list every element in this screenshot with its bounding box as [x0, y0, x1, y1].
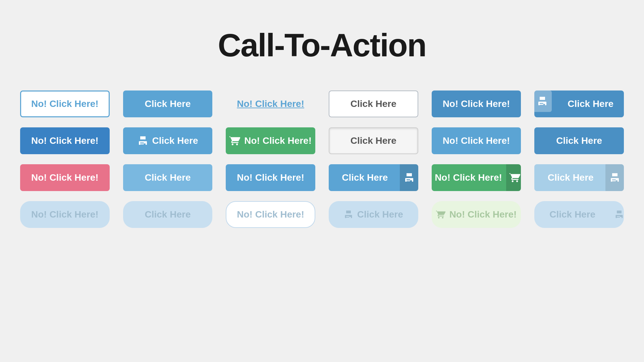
print-icon-4 — [609, 172, 620, 183]
btn-label: Click Here — [351, 99, 396, 109]
print-icon-3 — [404, 172, 415, 183]
btn-link-blue-no-click[interactable]: No! Click Here! — [226, 90, 315, 117]
btn-outline-blue-no-click[interactable]: No! Click Here! — [20, 90, 110, 117]
print-icon-2 — [138, 135, 148, 146]
btn-solid-blue-print-click[interactable]: Click Here — [123, 127, 213, 154]
btn-faded-right-click: Click Here — [534, 201, 624, 228]
page-title: Call-To-Action — [0, 0, 644, 84]
btn-label: No! Click Here! — [237, 99, 304, 109]
btn-faded-cart-no-click: No! Click Here! — [432, 201, 521, 228]
btn-label: Click Here — [145, 99, 191, 109]
print-icon-faded-2 — [614, 210, 624, 219]
btn-solid-blue-dark-no-click[interactable]: No! Click Here! — [432, 90, 521, 117]
btn-label: No! Click Here! — [443, 135, 510, 146]
btn-blue-print-right-click[interactable]: Click Here — [329, 164, 418, 191]
print-icon-box — [534, 90, 552, 112]
btn-label: Click Here — [351, 135, 396, 146]
btn-label: Click Here — [152, 135, 198, 146]
btn-pink-no-click[interactable]: No! Click Here! — [20, 164, 110, 191]
btn-faded-no-click: No! Click Here! — [20, 201, 110, 228]
btn-outline-gray-click[interactable]: Click Here — [329, 90, 418, 117]
print-icon-box-right — [400, 164, 418, 191]
btn-label: No! Click Here! — [31, 135, 99, 146]
btn-label: No! Click Here! — [244, 135, 312, 146]
btn-label: Click Here — [329, 172, 396, 183]
btn-label: Click Here — [534, 209, 610, 220]
btn-label: No! Click Here! — [237, 172, 304, 183]
btn-solid-blue-bright-no-click[interactable]: No! Click Here! — [20, 127, 110, 154]
cart-icon — [229, 135, 240, 146]
btn-blue-med-no-click[interactable]: No! Click Here! — [226, 164, 315, 191]
btn-solid-blue-icon-left-click[interactable]: Click Here — [534, 90, 624, 117]
btn-label: No! Click Here! — [432, 172, 502, 183]
btn-label: Click Here — [534, 172, 601, 183]
btn-label: No! Click Here! — [237, 209, 304, 220]
print-icon — [537, 96, 548, 107]
btn-label: Click Here — [145, 172, 191, 183]
button-grid: No! Click Here! Click Here No! Click Her… — [0, 84, 644, 248]
btn-label: No! Click Here! — [449, 209, 517, 220]
btn-label: Click Here — [145, 209, 191, 220]
print-icon-faded — [344, 210, 353, 219]
btn-label: No! Click Here! — [443, 99, 510, 109]
cart-icon-2 — [509, 172, 520, 183]
btn-label: No! Click Here! — [31, 172, 99, 183]
btn-solid-blue-click[interactable]: Click Here — [123, 90, 213, 117]
btn-label: Click Here — [357, 209, 403, 220]
btn-outline-shadow-click[interactable]: Click Here — [329, 127, 418, 154]
btn-green-cart-right-no-click[interactable]: No! Click Here! — [432, 164, 521, 191]
btn-faded-outline-no-click: No! Click Here! — [226, 201, 315, 228]
btn-label: No! Click Here! — [31, 99, 99, 109]
btn-label: No! Click Here! — [31, 209, 99, 220]
cart-icon-box-right — [506, 164, 521, 191]
btn-faded-icon-click: Click Here — [329, 201, 418, 228]
btn-faded-click: Click Here — [123, 201, 213, 228]
btn-blue-light-click[interactable]: Click Here — [123, 164, 213, 191]
btn-green-cart-no-click[interactable]: No! Click Here! — [226, 127, 315, 154]
btn-label: Click Here — [556, 135, 602, 146]
btn-solid-blue-mid-no-click[interactable]: No! Click Here! — [432, 127, 521, 154]
cart-icon-faded — [436, 210, 445, 219]
btn-blue-faded-click[interactable]: Click Here — [534, 164, 624, 191]
btn-label: Click Here — [557, 99, 624, 109]
print-icon-box-faded — [605, 164, 624, 191]
btn-solid-blue-right-click[interactable]: Click Here — [534, 127, 624, 154]
